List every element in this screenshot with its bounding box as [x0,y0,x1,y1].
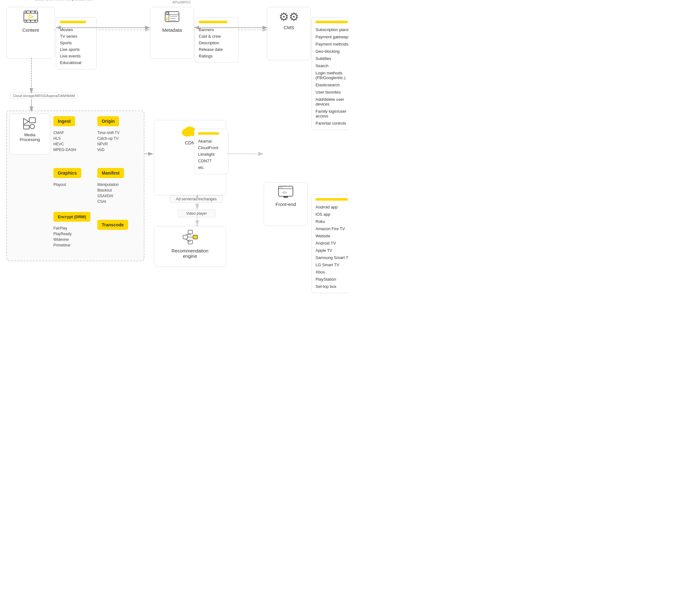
svg-text:</>: </> [282,191,287,194]
list-item: Samsung Smart TV [315,254,348,261]
cdn-list: Akamai CloudFront Limelight CDN77 etc. [194,129,228,174]
fe-items: Android app iOS app Roku Amazon Fire TV … [315,204,348,290]
cms-list: Subscription plans Payment gateways Paym… [311,17,348,130]
frontend-card: </> Front-end [264,182,308,226]
list-item: Sports [60,40,93,46]
metadata-list: Banners Cast & crew Description Release … [195,17,239,63]
content-card: Content [6,7,55,59]
list-item: Limelight [198,151,224,158]
manifest-section: Manifest Manipulation Blackout SSAI/DAI … [97,168,138,206]
list-item: Geo-blocking [315,48,348,55]
svg-rect-16 [30,11,31,13]
mp-title: MediaProcessing [14,132,46,142]
content-items: Movies TV series Sports Live sports Live… [60,26,93,66]
list-item: Parental controls [315,120,348,127]
cms-items: Subscription plans Payment gateways Paym… [315,26,348,127]
manifest-items: Manipulation Blackout SSAI/DAI CSAI [97,180,138,206]
media-processing-card: MediaProcessing [10,114,50,155]
list-item: Live events [60,53,93,59]
list-item: Xbox [315,269,348,275]
list-item: User favorites [315,89,348,96]
fe-title: Front-end [268,202,303,207]
cms-icon: ⚙ [271,10,306,24]
rec-icon [159,230,221,246]
origin-section: Origin Time-shift TV Catch-up TV NPVR Vo… [97,116,138,154]
diagram-container: Content Movies TV series Sports Live spo… [0,0,348,13]
content-title: Content [11,27,50,33]
video-player-label: Video player [178,210,216,217]
list-item: Roku [315,218,348,225]
list-item: SSAI/DAI [97,193,138,199]
list-item: Login methods (FB/Google/etc.) [315,70,348,81]
svg-rect-55 [283,196,288,198]
transcode-badge: Transcode [97,220,128,230]
metadata-icon [155,10,189,26]
metadata-yellow-bar [199,21,227,23]
svg-rect-17 [34,11,35,13]
metadata-card: APIs/MRSS Metadata [150,7,194,59]
svg-line-47 [185,234,190,235]
fe-icon: </> [268,186,303,200]
graphics-items: Playout [54,180,94,189]
origin-items: Time-shift TV Catch-up TV NPVR VoD [97,129,138,154]
list-item: Release date [199,46,235,53]
metadata-title: Metadata [155,27,189,33]
list-item: Widevine [54,237,94,243]
ingest-items: CMAF HLS HEVC MPEG-DASH [54,129,94,154]
list-item: MPEG-DASH [54,147,94,152]
fe-yellow-bar [315,198,348,201]
svg-point-33 [30,124,34,129]
list-item: Playout [54,182,94,188]
list-item: Blackout [97,188,138,193]
list-item: CSAI [97,199,138,204]
list-item: Movies [60,26,93,33]
cloud-storage-label: Cloud storage/MRSS/Aspera/DAM/MAM [10,93,77,99]
ingest-badge: Ingest [54,116,75,126]
transcode-section: Transcode [97,220,138,232]
list-item: Family login/user access [315,108,348,119]
svg-rect-32 [24,125,29,129]
list-item: Search [315,62,348,69]
list-item: Payment methods [315,41,348,47]
list-item: Amazon Fire TV [315,225,348,232]
recommendation-card: Recommendationengine [154,226,226,267]
cms-title: CMS [271,25,306,30]
list-item: Apple TV [315,247,348,254]
encrypt-badge: Encrypt (DRM) [54,212,90,222]
list-item: etc. [198,164,224,171]
frontend-list: Android app iOS app Roku Amazon Fire TV … [311,195,348,293]
cms-yellow-bar [315,21,348,23]
list-item: Subscription plans [315,26,348,33]
list-item: Payment gateways [315,33,348,40]
list-item: Description [199,40,235,46]
svg-rect-15 [26,11,27,13]
graphics-badge: Graphics [54,168,81,178]
list-item: Android TV [315,240,348,247]
svg-point-52 [281,187,283,188]
svg-rect-18 [26,20,27,22]
ad-server-label: Ad server/ad exchanges [169,195,223,203]
legend-subdivision: Subdivision within the process flow [6,0,93,1]
list-item: Banners [199,26,235,33]
svg-rect-31 [29,118,35,123]
list-item: Elasticsearch [315,82,348,88]
svg-rect-19 [30,20,31,22]
list-item: Ratings [199,53,235,59]
content-yellow-bar [60,21,86,23]
list-item: Website [315,233,348,239]
svg-marker-30 [24,118,29,124]
list-item: Set-top box [315,283,348,290]
graphics-section: Graphics Playout [54,168,94,189]
content-icon [11,10,50,26]
apis-label: APIs/MRSS [172,0,191,4]
list-item: HLS [54,136,94,141]
encrypt-items: FairPlay PlayReady Widevine Primetime [54,224,94,249]
list-item: Primetime [54,243,94,248]
metadata-items: Banners Cast & crew Description Release … [199,26,235,59]
list-item: CloudFront [198,144,224,151]
ingest-section: Ingest CMAF HLS HEVC MPEG-DASH [54,116,94,154]
svg-line-48 [185,239,190,242]
list-item: TV series [60,33,93,40]
svg-marker-21 [29,15,33,18]
list-item: Cast & crew [199,33,235,40]
